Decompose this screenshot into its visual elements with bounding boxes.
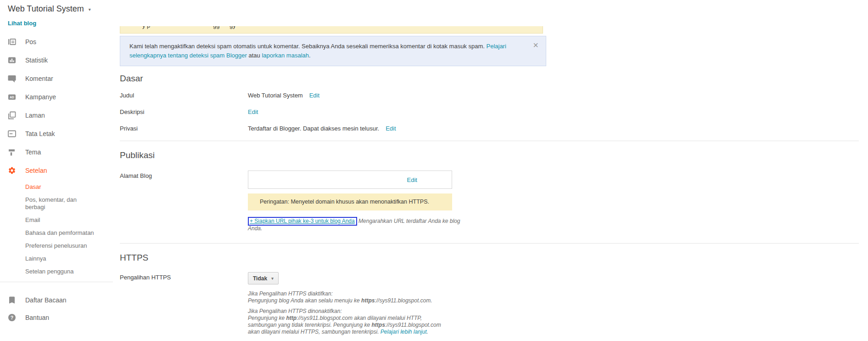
https-redirect-content: Tidak ▾ Jika Pengalihan HTTPS diaktifkan… bbox=[248, 272, 468, 335]
sidebar-item-statistik[interactable]: Statistik bbox=[0, 51, 113, 69]
chevron-down-icon: ▾ bbox=[89, 7, 91, 12]
sidebar-item-daftar-bacaan[interactable]: Daftar Bacaan bbox=[0, 291, 113, 309]
row-label-judul: Judul bbox=[120, 91, 248, 100]
section-title-https: HTTPS bbox=[120, 252, 859, 264]
highlight-outline: + Siapkan URL pihak ke-3 untuk blog Anda bbox=[248, 217, 357, 226]
spam-notice: Kami telah mengaktifkan deteksi spam oto… bbox=[120, 36, 546, 66]
sidebar-item-label: Daftar Bacaan bbox=[25, 296, 67, 304]
sidebar-item-label: Komentar bbox=[25, 75, 53, 82]
blog-header: Web Tutorial System ▾ Lihat blog bbox=[0, 0, 113, 27]
posts-icon bbox=[8, 38, 16, 46]
sidebar-item-label: Laman bbox=[25, 112, 45, 119]
sidebar: Web Tutorial System ▾ Lihat blog Pos bbox=[0, 0, 113, 341]
close-icon[interactable]: × bbox=[533, 41, 538, 49]
row-judul: Judul Web Tutorial System Edit bbox=[120, 91, 859, 100]
sidebar-item-label: Tata Letak bbox=[25, 130, 55, 137]
https-help-text: Jika Pengalihan HTTPS diaktifkan: Pengun… bbox=[248, 290, 468, 335]
https-warning-banner: Peringatan: Menyetel domain khusus akan … bbox=[248, 193, 452, 210]
spam-notice-text: Kami telah mengaktifkan deteksi spam oto… bbox=[129, 42, 517, 60]
section-divider bbox=[120, 141, 859, 141]
blog-title: Web Tutorial System bbox=[8, 4, 84, 14]
sidebar-item-tata-letak[interactable]: Tata Letak bbox=[0, 125, 113, 143]
sidebar-item-label: Bantuan bbox=[25, 314, 49, 321]
report-problem-link[interactable]: laporkan masalah bbox=[262, 52, 309, 59]
clipped-notification-banner: y p gg gy bbox=[120, 26, 543, 34]
sidebar-item-laman[interactable]: Laman bbox=[0, 106, 113, 125]
stats-icon bbox=[8, 56, 16, 64]
dasar-rows: Judul Web Tutorial System Edit Deskripsi… bbox=[120, 91, 859, 133]
help-line: Jika Pengalihan HTTPS dinonaktifkan: bbox=[248, 308, 468, 315]
view-blog-link[interactable]: Lihat blog bbox=[8, 20, 36, 27]
sidebar-item-komentar[interactable]: Komentar bbox=[0, 69, 113, 88]
clipped-text-fragment: gg bbox=[213, 26, 219, 29]
section-title-dasar: Dasar bbox=[120, 73, 859, 85]
subnav-item-lainnya[interactable]: Lainnya bbox=[25, 252, 113, 265]
gear-icon bbox=[8, 166, 16, 175]
edit-judul-link[interactable]: Edit bbox=[309, 91, 319, 100]
sidebar-item-tema[interactable]: Tema bbox=[0, 143, 113, 161]
bookmark-icon bbox=[8, 296, 16, 304]
svg-text:?: ? bbox=[11, 315, 13, 320]
blog-address-label: Alamat Blog bbox=[120, 170, 248, 232]
subnav-item-preferensi[interactable]: Preferensi penelusuran bbox=[25, 239, 113, 252]
sidebar-item-label: Kampanye bbox=[25, 93, 56, 101]
help-line: Pengunjung ke http://sys911.blogspot.com… bbox=[248, 315, 468, 322]
section-title-publikasi: Publikasi bbox=[120, 149, 859, 161]
section-divider bbox=[120, 243, 859, 244]
third-party-url-row: + Siapkan URL pihak ke-3 untuk blog Anda… bbox=[248, 217, 460, 232]
spam-notice-period: . bbox=[309, 52, 311, 59]
sidebar-item-label: Statistik bbox=[25, 57, 48, 64]
subnav-item-email[interactable]: Email bbox=[25, 214, 113, 227]
comments-icon bbox=[8, 74, 16, 83]
subnav-item-bahasa[interactable]: Bahasa dan pemformatan bbox=[25, 227, 113, 239]
edit-deskripsi-link[interactable]: Edit bbox=[248, 108, 258, 117]
row-value-privasi: Terdaftar di Blogger. Dapat diakses mesi… bbox=[248, 124, 379, 133]
theme-icon bbox=[8, 148, 16, 156]
row-deskripsi: Deskripsi Edit bbox=[120, 108, 859, 117]
pages-icon bbox=[8, 111, 16, 119]
sidebar-item-label: Pos bbox=[25, 38, 36, 45]
chevron-down-icon: ▾ bbox=[271, 276, 274, 281]
setup-third-party-url-link[interactable]: + Siapkan URL pihak ke-3 untuk blog Anda bbox=[250, 218, 355, 224]
https-redirect-row: Pengalihan HTTPS Tidak ▾ Jika Pengalihan… bbox=[120, 272, 859, 335]
sidebar-item-label: Setelan bbox=[25, 167, 47, 174]
blog-title-dropdown[interactable]: Web Tutorial System ▾ bbox=[8, 4, 113, 14]
help-line: akan dilayani melalui HTTPS, sambungan t… bbox=[248, 329, 468, 335]
spam-notice-conjunction: atau bbox=[247, 52, 262, 59]
svg-text:AD: AD bbox=[10, 96, 14, 99]
clipped-text-fragment: y p bbox=[142, 26, 150, 29]
row-label-deskripsi: Deskripsi bbox=[120, 108, 248, 117]
blog-address-box: Edit bbox=[248, 170, 452, 189]
https-redirect-dropdown[interactable]: Tidak ▾ bbox=[248, 272, 279, 284]
help-icon: ? bbox=[8, 313, 16, 322]
row-label-privasi: Privasi bbox=[120, 124, 248, 133]
blog-address-content: Edit Peringatan: Menyetel domain khusus … bbox=[248, 170, 460, 232]
row-privasi: Privasi Terdaftar di Blogger. Dapat diak… bbox=[120, 124, 859, 133]
https-redirect-label: Pengalihan HTTPS bbox=[120, 272, 248, 335]
ads-icon: AD bbox=[8, 93, 16, 101]
clipped-text-fragment: gy bbox=[230, 26, 236, 29]
subnav-item-dasar[interactable]: Dasar bbox=[25, 181, 113, 193]
sidebar-item-bantuan[interactable]: ? Bantuan bbox=[0, 309, 113, 326]
layout-icon bbox=[8, 130, 16, 138]
help-line: Pengunjung blog Anda akan selalu menuju … bbox=[248, 297, 468, 304]
subnav-item-pos-komentar-berbagi[interactable]: Pos, komentar, dan berbagi bbox=[25, 193, 94, 214]
sidebar-nav: Pos Statistik bbox=[0, 33, 113, 326]
sidebar-item-pos[interactable]: Pos bbox=[0, 33, 113, 51]
row-value-judul: Web Tutorial System bbox=[248, 91, 303, 100]
help-line: sambungan yang tidak terenkripsi. Pengun… bbox=[248, 322, 468, 329]
blog-address-row: Alamat Blog Edit Peringatan: Menyetel do… bbox=[120, 170, 859, 232]
edit-privasi-link[interactable]: Edit bbox=[386, 124, 396, 133]
spam-notice-body: Kami telah mengaktifkan deteksi spam oto… bbox=[129, 43, 486, 50]
https-redirect-dropdown-value: Tidak bbox=[253, 275, 267, 282]
blogger-settings-page: Web Tutorial System ▾ Lihat blog Pos bbox=[0, 0, 868, 341]
sidebar-item-kampanye[interactable]: AD Kampanye bbox=[0, 88, 113, 106]
edit-blog-address-link[interactable]: Edit bbox=[407, 176, 417, 183]
main-content: y p gg gy Kami telah mengaktifkan deteks… bbox=[120, 0, 859, 335]
sidebar-item-setelan[interactable]: Setelan bbox=[0, 161, 113, 180]
subnav-item-setelan-pengguna[interactable]: Setelan pengguna bbox=[25, 265, 113, 278]
settings-subnav: Dasar Pos, komentar, dan berbagi Email B… bbox=[0, 181, 113, 278]
sidebar-item-label: Tema bbox=[25, 148, 41, 156]
help-line: Jika Pengalihan HTTPS diaktifkan: bbox=[248, 290, 468, 297]
learn-more-link[interactable]: Pelajari lebih lanjut bbox=[381, 329, 427, 335]
